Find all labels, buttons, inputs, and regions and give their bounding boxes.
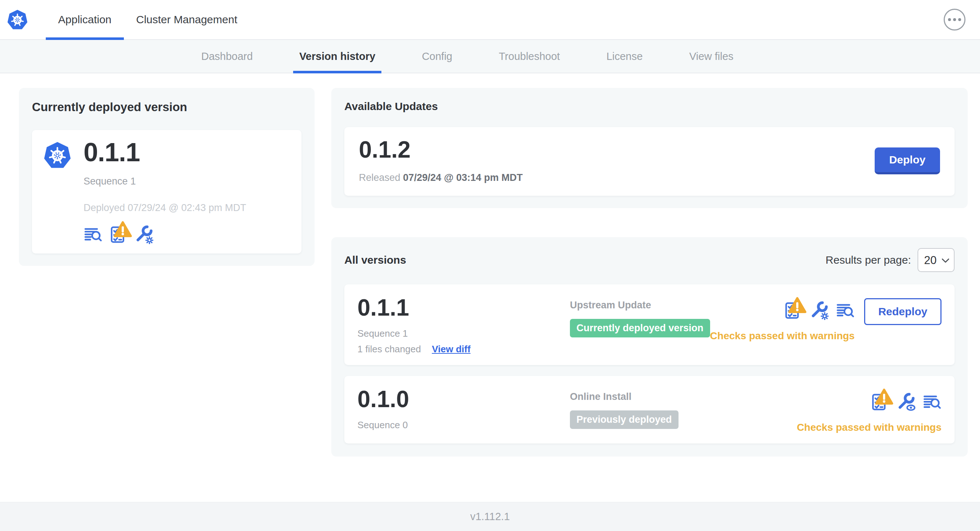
edit-config-icon[interactable]	[810, 301, 829, 320]
app-header: Application Cluster Management	[0, 0, 980, 40]
currently-deployed-title: Currently deployed version	[32, 100, 301, 114]
all-versions-title: All versions	[344, 254, 406, 266]
deploy-logs-icon[interactable]	[923, 393, 942, 412]
subnav-config[interactable]: Config	[415, 40, 458, 73]
subnav-license[interactable]: License	[600, 40, 649, 73]
currently-deployed-card: 0.1.1 Sequence 1 Deployed 07/29/24 @ 02:…	[32, 130, 301, 253]
app-subnav: Dashboard Version history Config Trouble…	[0, 40, 980, 73]
version-sequence: Sequence 1	[358, 328, 570, 339]
available-update-card: 0.1.2 Released 07/29/24 @ 03:14 pm MDT D…	[344, 127, 955, 196]
currently-deployed-panel: Currently deployed version 0.1.1 Sequenc…	[19, 88, 315, 266]
left-column: Currently deployed version 0.1.1 Sequenc…	[19, 88, 315, 266]
update-info: 0.1.2 Released 07/29/24 @ 03:14 pm MDT	[359, 138, 523, 183]
status-badge: Currently deployed version	[570, 319, 710, 337]
version-actions	[870, 393, 942, 412]
status-badge: Previously deployed	[570, 410, 679, 429]
version-row-0-1-0: 0.1.0 Sequence 0 Online Install Previous…	[344, 376, 955, 444]
deploy-button[interactable]: Deploy	[875, 148, 940, 174]
warning-triangle-icon	[875, 388, 894, 406]
preflight-status-text: Checks passed with warnings	[797, 422, 942, 433]
app-footer: v1.112.1	[0, 502, 980, 531]
version-number: 0.1.0	[358, 388, 570, 411]
version-source-block: Online Install Previously deployed	[570, 388, 797, 433]
more-options-button[interactable]	[944, 9, 966, 30]
version-sequence: Sequence 0	[358, 420, 570, 431]
version-actions-block: Checks passed with warnings Redeploy	[710, 296, 942, 355]
version-source: Online Install	[570, 391, 797, 402]
preflight-status-text: Checks passed with warnings	[710, 330, 855, 342]
update-version-number: 0.1.2	[359, 138, 523, 161]
tab-cluster-management[interactable]: Cluster Management	[124, 0, 250, 39]
subnav-version-history[interactable]: Version history	[293, 40, 382, 73]
update-released-timestamp: 07/29/24 @ 03:14 pm MDT	[403, 172, 523, 183]
main-content: Currently deployed version 0.1.1 Sequenc…	[0, 73, 980, 456]
console-version: v1.112.1	[470, 511, 510, 523]
tab-cluster-management-label: Cluster Management	[136, 13, 237, 26]
version-row-0-1-1: 0.1.1 Sequence 1 1 files changed View di…	[344, 285, 955, 365]
deployed-actions	[84, 225, 246, 244]
available-updates-title: Available Updates	[344, 100, 955, 113]
version-actions-block: Checks passed with warnings	[797, 388, 942, 433]
deploy-logs-icon[interactable]	[84, 225, 102, 244]
kubernetes-logo	[6, 0, 28, 39]
view-config-icon[interactable]	[896, 393, 915, 412]
view-diff-link[interactable]: View diff	[432, 343, 470, 355]
preflight-checks-icon[interactable]	[870, 393, 889, 412]
deploy-logs-icon[interactable]	[836, 301, 855, 320]
available-updates-panel: Available Updates 0.1.2 Released 07/29/2…	[331, 88, 968, 208]
preflight-checks-icon[interactable]	[783, 301, 802, 320]
preflight-checks-icon[interactable]	[109, 225, 128, 244]
subnav-dashboard[interactable]: Dashboard	[195, 40, 259, 73]
version-info: 0.1.0 Sequence 0	[358, 388, 570, 433]
files-changed-line: 1 files changed View diff	[358, 343, 570, 355]
all-versions-panel: All versions Results per page: 20	[331, 237, 968, 456]
version-info: 0.1.1 Sequence 1 1 files changed View di…	[358, 296, 570, 355]
results-per-page: Results per page: 20	[826, 248, 955, 272]
redeploy-button[interactable]: Redeploy	[864, 298, 942, 325]
top-nav: Application Cluster Management	[46, 0, 250, 39]
tab-application[interactable]: Application	[46, 0, 124, 39]
deployed-version-number: 0.1.1	[84, 139, 246, 166]
update-released-line: Released 07/29/24 @ 03:14 pm MDT	[359, 172, 523, 183]
version-source-block: Upstream Update Currently deployed versi…	[570, 296, 710, 355]
right-column: Available Updates 0.1.2 Released 07/29/2…	[331, 88, 968, 456]
deployed-timestamp: Deployed 07/29/24 @ 02:43 pm MDT	[84, 202, 246, 213]
version-number: 0.1.1	[358, 296, 570, 319]
results-per-page-select[interactable]: 20	[918, 248, 955, 272]
tab-application-label: Application	[58, 13, 111, 26]
subnav-troubleshoot[interactable]: Troubleshoot	[493, 40, 566, 73]
app-icon-kubernetes	[43, 139, 72, 244]
results-per-page-label: Results per page:	[826, 254, 911, 266]
edit-config-icon[interactable]	[134, 225, 153, 244]
warning-triangle-icon	[788, 296, 807, 315]
deployed-sequence: Sequence 1	[84, 176, 246, 187]
warning-triangle-icon	[113, 220, 132, 239]
version-actions	[783, 301, 855, 320]
version-source: Upstream Update	[570, 300, 710, 311]
more-options-icon	[948, 18, 951, 21]
files-changed-text: 1 files changed	[358, 343, 421, 355]
all-versions-header: All versions Results per page: 20	[344, 248, 955, 272]
subnav-view-files[interactable]: View files	[683, 40, 740, 73]
deployed-info: 0.1.1 Sequence 1 Deployed 07/29/24 @ 02:…	[84, 139, 246, 244]
